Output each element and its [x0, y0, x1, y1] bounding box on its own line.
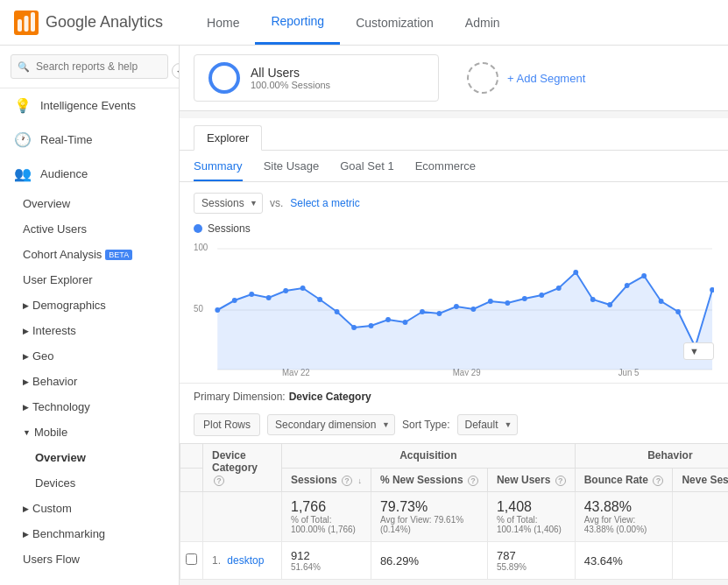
- intelligence-label: Intelligence Events: [40, 99, 136, 112]
- totals-neve-cell: [673, 492, 728, 542]
- content-area: All Users 100.00% Sessions + Add Segment…: [180, 46, 728, 585]
- sidebar-item-geo[interactable]: ▶ Geo: [0, 343, 179, 369]
- nav-admin[interactable]: Admin: [449, 0, 516, 45]
- help-icon-sessions[interactable]: ?: [342, 476, 352, 486]
- svg-point-22: [385, 317, 391, 322]
- sidebar-item-user-explorer[interactable]: User Explorer: [0, 267, 179, 292]
- row-new-users-num: 787: [497, 549, 566, 562]
- row-dimension-link[interactable]: desktop: [227, 554, 264, 567]
- sidebar-search-area: 🔍: [0, 46, 179, 88]
- nav-customization[interactable]: Customization: [340, 0, 449, 45]
- help-icon[interactable]: ?: [214, 476, 224, 486]
- sidebar-item-behavior[interactable]: ▶ Behavior: [0, 369, 179, 394]
- sub-tab-summary[interactable]: Summary: [194, 151, 243, 181]
- sidebar-item-mobile-devices[interactable]: Devices: [0, 470, 179, 496]
- sidebar-item-mobile[interactable]: ▼ Mobile: [0, 419, 179, 445]
- col-bounce-rate[interactable]: Bounce Rate ?: [575, 468, 673, 492]
- sessions-select[interactable]: Sessions: [194, 193, 263, 214]
- data-table: Device Category ? Acquisition Behavior: [180, 443, 728, 580]
- svg-point-23: [403, 320, 408, 325]
- help-icon-pct-new[interactable]: ?: [468, 476, 478, 486]
- plot-rows-btn[interactable]: Plot Rows: [194, 413, 260, 436]
- svg-text:50: 50: [194, 304, 203, 314]
- col-pct-new[interactable]: % New Sessions ?: [371, 468, 487, 492]
- svg-rect-1: [18, 19, 22, 32]
- svg-point-18: [317, 297, 322, 302]
- row-checkbox[interactable]: [186, 553, 197, 565]
- sort-arrow-sessions: ↓: [357, 476, 362, 485]
- svg-point-31: [539, 292, 544, 298]
- chart-svg-wrapper: 100 50 May 22 May 29 Jun 5: [194, 240, 714, 376]
- sidebar-item-technology[interactable]: ▶ Technology: [0, 394, 179, 419]
- col-device-category: Device Category ?: [203, 444, 282, 492]
- sub-tab-goal-set[interactable]: Goal Set 1: [340, 151, 393, 181]
- custom-triangle: ▶: [23, 504, 29, 513]
- sidebar-item-benchmarking[interactable]: ▶ Benchmarking: [0, 521, 179, 546]
- sub-tabs: Summary Site Usage Goal Set 1 Ecommerce: [180, 150, 728, 182]
- svg-point-34: [590, 297, 596, 302]
- row-new-users-pct: 55.89%: [497, 562, 566, 572]
- nav-reporting[interactable]: Reporting: [255, 0, 340, 45]
- help-icon-new-users[interactable]: ?: [555, 476, 566, 486]
- svg-rect-3: [31, 12, 35, 32]
- ga-logo-icon: [14, 11, 39, 35]
- chart-controls: Sessions ▼ vs. Select a metric: [194, 193, 714, 214]
- sidebar-item-interests[interactable]: ▶ Interests: [0, 318, 179, 343]
- sort-type-select[interactable]: Default: [457, 414, 518, 435]
- col-check-header2: [180, 468, 203, 492]
- sidebar-item-active-users[interactable]: Active Users: [0, 216, 179, 242]
- sort-type-label: Sort Type:: [402, 419, 449, 431]
- svg-point-32: [556, 285, 562, 291]
- chart-range-dropdown[interactable]: ▼: [683, 342, 714, 360]
- interests-triangle: ▶: [23, 327, 29, 335]
- sidebar-item-users-flow[interactable]: Users Flow: [0, 546, 179, 572]
- svg-point-19: [335, 309, 340, 314]
- svg-point-20: [351, 325, 357, 330]
- sort-type-wrapper: Default ▼: [457, 414, 518, 435]
- secondary-dim-wrapper: Secondary dimension ▼: [267, 414, 395, 435]
- sidebar-item-mobile-overview[interactable]: Overview: [0, 445, 179, 470]
- nav-home[interactable]: Home: [191, 0, 255, 45]
- totals-dimension-cell: [203, 492, 282, 542]
- secondary-dimension-select[interactable]: Secondary dimension: [267, 414, 395, 435]
- sub-tab-ecommerce[interactable]: Ecommerce: [415, 151, 476, 181]
- segment-circle: [209, 62, 240, 94]
- sidebar-item-intelligence[interactable]: 💡 Intelligence Events: [0, 88, 179, 123]
- sidebar-item-realtime[interactable]: 🕐 Real-Time: [0, 123, 179, 157]
- col-neve-sessions[interactable]: Neve Sessions: [673, 468, 728, 492]
- chart-area: Sessions ▼ vs. Select a metric Sessions: [180, 182, 728, 379]
- explorer-area: Explorer Summary Site Usage Goal Set 1 E…: [180, 118, 728, 580]
- acquisition-group: Acquisition: [282, 444, 576, 469]
- sub-tab-site-usage[interactable]: Site Usage: [264, 151, 320, 181]
- demographics-triangle: ▶: [23, 301, 29, 310]
- row-bounce-cell: 43.64%: [575, 542, 673, 580]
- sidebar-item-audience[interactable]: 👥 Audience: [0, 157, 179, 191]
- svg-point-30: [522, 296, 527, 301]
- sidebar-item-overview[interactable]: Overview: [0, 191, 179, 216]
- sidebar-item-custom[interactable]: ▶ Custom: [0, 496, 179, 521]
- sessions-select-wrapper: Sessions ▼: [194, 193, 263, 214]
- benchmarking-triangle: ▶: [23, 530, 29, 539]
- sidebar-item-demographics[interactable]: ▶ Demographics: [0, 292, 179, 318]
- explorer-tabs-bar: Explorer: [180, 118, 728, 150]
- row-check-cell[interactable]: [180, 542, 203, 580]
- behavior-triangle: ▶: [23, 377, 29, 386]
- add-segment-label: + Add Segment: [507, 72, 585, 85]
- col-sessions[interactable]: Sessions ? ↓: [282, 468, 371, 492]
- legend-dot: [194, 224, 202, 233]
- row-sessions-pct: 51.64%: [291, 562, 362, 572]
- totals-pct-new-avg: Avg for View: 79.61% (0.14%): [380, 515, 478, 534]
- tab-explorer[interactable]: Explorer: [194, 125, 262, 151]
- totals-sessions-num: 1,766: [291, 499, 362, 515]
- help-icon-bounce[interactable]: ?: [653, 476, 663, 486]
- beta-badge: BETA: [105, 250, 132, 260]
- sidebar-item-cohort[interactable]: Cohort Analysis BETA: [0, 242, 179, 267]
- totals-new-users-pct: % of Total: 100.14% (1,406): [497, 515, 566, 534]
- totals-sessions-cell: 1,766 % of Total: 100.00% (1,766): [282, 492, 371, 542]
- all-users-segment[interactable]: All Users 100.00% Sessions: [194, 54, 439, 102]
- sessions-chart: 100 50 May 22 May 29 Jun 5: [194, 240, 714, 376]
- add-segment-btn[interactable]: + Add Segment: [453, 55, 599, 101]
- search-input[interactable]: [11, 54, 168, 79]
- select-metric-link[interactable]: Select a metric: [290, 197, 359, 209]
- col-new-users[interactable]: New Users ?: [487, 468, 575, 492]
